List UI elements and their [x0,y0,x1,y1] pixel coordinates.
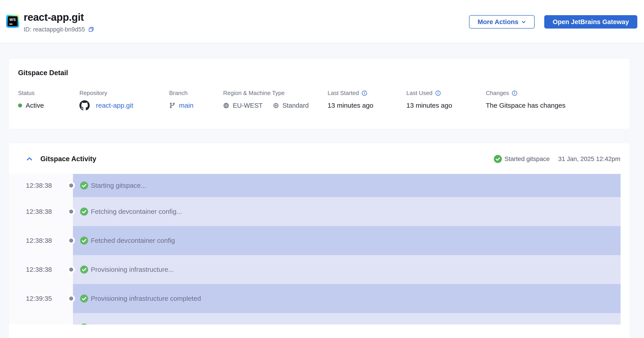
last-used-label: Last Used [406,90,432,96]
globe-icon [223,103,229,109]
timeline-dot-zone [63,197,73,226]
activity-log-list: 12:38:38 Starting gitspace... 12:38:38 F… [9,174,620,325]
activity-card-title: Gitspace Activity [40,155,96,163]
branch-label: Branch [169,90,188,96]
activity-status-label: Started gitspace [504,155,550,163]
check-circle-icon [80,181,88,190]
log-row: 12:38:38 Starting gitspace... [9,174,620,197]
timeline-dot-icon [69,297,73,301]
open-gateway-label: Open JetBrains Gateway [553,18,629,26]
log-message: Provisioning infrastructure completed [91,295,201,302]
open-jetbrains-gateway-button[interactable]: Open JetBrains Gateway [544,15,637,28]
activity-timestamp: 31 Jan, 2025 12:42pm [558,155,620,163]
info-circle-icon[interactable] [435,90,441,96]
log-message: Fetched devcontainer config [91,237,175,244]
page-header: WS react-app.git ID: reactappgit-bn9d55 … [0,0,644,43]
log-message: Fetching devcontainer config... [91,208,182,215]
webstorm-icon: WS [6,15,19,28]
field-region-machine: Region & Machine Type EU-WEST Standard [223,90,285,96]
last-started-value: 13 minutes ago [328,100,373,111]
activity-status-badge: Started gitspace [494,155,550,163]
log-row: 12:39:35 Provisioning infrastructure com… [9,284,620,313]
timeline-dot-zone [63,313,73,325]
branch-link[interactable]: main [179,102,194,109]
timeline-dot-icon [69,210,73,214]
timeline-dot-zone [63,284,73,313]
log-message: Starting gitspace... [91,182,146,189]
machine-type-value: Standard [282,102,309,109]
region-value: EU-WEST [233,102,263,109]
cpu-chip-icon [273,103,279,109]
timeline-dot-icon [69,268,73,272]
check-circle-icon [80,324,88,325]
timeline-dot-zone [63,226,73,255]
log-row: 12:38:38 Provisioning infrastructure... [9,255,620,284]
chevron-down-icon [521,19,526,24]
repository-label: Repository [80,90,107,96]
field-changes: Changes The Gitspace has changes [486,90,518,96]
log-timestamp: 12:39:36 [9,313,63,325]
log-row: 12:38:38 Fetched devcontainer config [9,226,620,255]
field-branch: Branch main [169,90,188,96]
info-circle-icon[interactable] [512,90,518,96]
gitspace-activity-card: Gitspace Activity Started gitspace 31 Ja… [8,143,630,338]
region-machine-label: Region & Machine Type [223,90,285,96]
timeline-dot-zone [63,174,73,197]
log-timestamp: 12:38:38 [9,226,63,255]
status-dot-icon [18,103,22,107]
repository-link[interactable]: react-app.git [96,102,133,109]
copy-icon[interactable] [88,26,94,32]
more-actions-button[interactable]: More Actions [469,15,535,28]
changes-value: The Gitspace has changes [486,100,566,111]
last-started-label: Last Started [328,90,359,96]
activity-log-viewport[interactable]: 12:38:38 Starting gitspace... 12:38:38 F… [9,174,630,325]
status-label: Status [18,90,34,96]
detail-card-title: Gitspace Detail [18,69,68,77]
log-timestamp: 12:38:38 [9,255,63,284]
gitspace-detail-card: Gitspace Detail Status Active Repository… [8,58,630,129]
chevron-up-icon[interactable] [26,156,33,162]
log-row: 12:38:38 Fetching devcontainer config... [9,197,620,226]
field-status: Status Active [18,90,34,96]
last-used-value: 13 minutes ago [406,100,452,111]
log-timestamp: 12:39:35 [9,284,63,313]
timeline-dot-icon [69,239,73,243]
log-message: Provisioning infrastructure... [91,266,174,273]
check-circle-icon [80,295,88,303]
github-icon [80,100,90,111]
git-branch-icon [169,102,176,109]
page-title: react-app.git [24,11,84,23]
check-circle-icon [80,237,88,245]
check-circle-icon [80,208,88,216]
check-circle-icon [494,155,502,163]
field-repository: Repository react-app.git [80,90,107,96]
timeline-dot-icon [69,184,73,188]
info-circle-icon[interactable] [362,90,367,96]
more-actions-label: More Actions [478,18,518,26]
log-row: 12:39:36 Connecting to the gitspace agen… [9,313,620,325]
log-timestamp: 12:38:38 [9,174,63,197]
changes-label: Changes [486,90,509,96]
gitspace-id-label: ID: reactappgit-bn9d55 [24,26,85,33]
field-last-used: Last Used 13 minutes ago [406,90,441,96]
check-circle-icon [80,266,88,274]
log-message: Connecting to the gitspace agent [91,324,189,325]
field-last-started: Last Started 13 minutes ago [328,90,367,96]
timeline-dot-zone [63,255,73,284]
status-value: Active [26,102,44,109]
log-timestamp: 12:38:38 [9,197,63,226]
